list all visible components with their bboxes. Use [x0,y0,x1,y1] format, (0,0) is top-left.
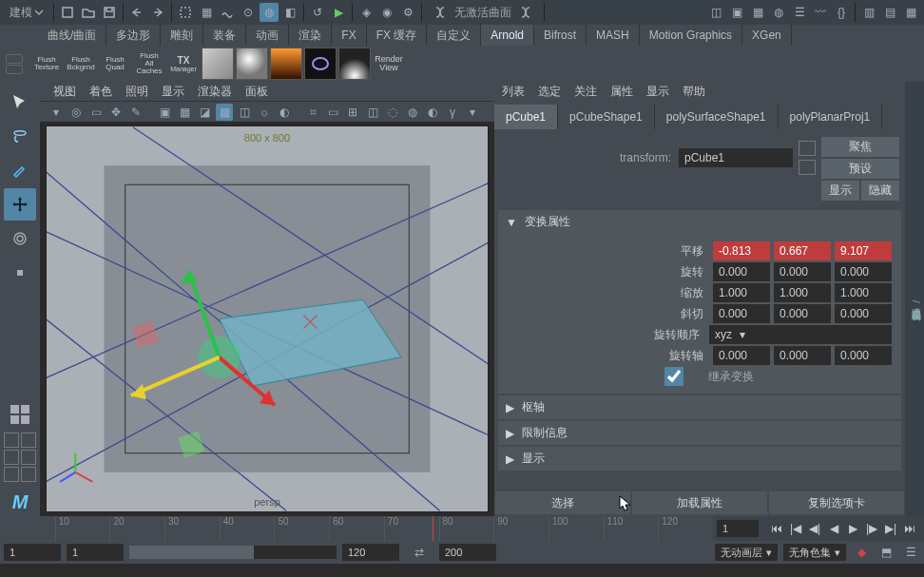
prefs-icon[interactable]: ☰ [901,543,920,562]
snap-view-icon[interactable]: ◧ [280,3,299,22]
viewport[interactable]: 800 x 800 [46,125,489,512]
charset-dropdown[interactable]: 无角色集▾ [783,544,846,561]
rotate-axis-x[interactable] [713,346,770,365]
focus-button[interactable]: 聚焦 [821,137,899,157]
go-end-icon[interactable]: ⏭ [901,520,918,537]
rotate-y[interactable] [774,262,831,281]
shelf-material-blinn[interactable] [236,48,268,80]
ae-menu-selected[interactable]: 选定 [538,84,561,100]
lasso-tool[interactable] [4,120,36,152]
range-slider[interactable] [129,546,337,559]
safe-action-icon[interactable]: ◫ [364,104,381,121]
gamma-icon[interactable]: γ [444,104,461,121]
ae-tab-pcube1[interactable]: pCube1 [494,105,558,129]
ipr-icon[interactable]: ◉ [377,3,396,22]
shelf-material-phong[interactable] [270,48,302,80]
layout-outliner-icon[interactable] [4,467,19,482]
snap-curve-icon[interactable] [218,3,237,22]
2d-pan-icon[interactable]: ✥ [107,104,125,121]
shelf-tab[interactable]: 雕刻 [161,25,203,46]
hw-texture-icon[interactable]: ◫ [236,104,253,121]
panel-menu-view[interactable]: 视图 [53,84,76,100]
shelf-tab[interactable]: 装备 [203,25,246,46]
play-back-icon[interactable]: ◀ [825,520,842,537]
translate-z[interactable] [835,241,892,260]
select-icon[interactable] [176,3,195,22]
panel-menu-renderer[interactable]: 渲染器 [198,84,232,100]
ae-menu-help[interactable]: 帮助 [683,84,705,100]
wireframe-icon[interactable]: ▦ [176,104,193,121]
image-plane-icon[interactable]: ▭ [87,104,105,121]
section-transform-header[interactable]: ▼ 变换属性 [498,210,901,234]
lights-icon[interactable]: ☼ [256,104,273,121]
shelf-tab[interactable]: XGen [742,25,792,46]
xray-icon[interactable]: ▣ [727,3,746,22]
render-icon[interactable]: ◈ [356,3,375,22]
render-settings-icon[interactable]: ⚙ [398,3,417,22]
ae-tab-pcubeshape1[interactable]: pCubeShape1 [558,105,655,129]
ae-menu-list[interactable]: 列表 [502,84,525,100]
shelf-tab[interactable]: 动画 [246,25,289,46]
select-button[interactable]: 选择 [495,491,630,514]
panel-menu-panels[interactable]: 面板 [245,84,268,100]
shelf-light-area[interactable] [304,48,337,80]
autokey-icon[interactable]: ⬒ [876,543,895,562]
shelf-flush-quad[interactable]: FlushQuad [99,48,131,80]
graph-icon[interactable]: 〰 [811,3,830,22]
scale-tool[interactable] [4,257,36,289]
hypershade-icon[interactable]: ◍ [769,3,788,22]
shelf-light-spot[interactable] [338,48,371,80]
panel-menu-shading[interactable]: 着色 [89,84,112,100]
range-start[interactable] [67,544,124,561]
load-attrs-button[interactable]: 加载属性 [632,491,767,514]
shelf-tab[interactable]: Motion Graphics [640,25,742,46]
shear-y[interactable] [774,304,831,323]
shelf-material-lambert[interactable] [202,48,234,80]
paint-select-tool[interactable] [4,154,36,186]
sidebar-tab-channelbox[interactable]: 通道盒/层编辑器 [907,293,924,311]
section-pivot-header[interactable]: ▶ 枢轴 [498,395,901,419]
hide-button[interactable]: 隐藏 [861,181,899,201]
step-fwd-key-icon[interactable]: ▶| [882,520,899,537]
panel-menu-show[interactable]: 显示 [162,84,184,100]
shelf-tab[interactable]: 渲染 [289,25,332,46]
scale-z[interactable] [835,283,892,302]
shelf-flush-allcaches[interactable]: FlushAll Caches [133,48,165,80]
ae-menu-focus[interactable]: 关注 [574,84,597,100]
snap-point-icon[interactable]: ⊙ [239,3,258,22]
shadows-icon[interactable]: ◐ [276,104,293,121]
open-icon[interactable] [79,3,98,22]
copy-tab-button[interactable]: 复制选项卡 [769,491,904,514]
save-icon[interactable] [100,3,119,22]
show-button[interactable]: 显示 [821,181,859,201]
select-tool[interactable] [4,86,36,118]
range-fit-icon[interactable]: ⇄ [405,546,433,559]
shelf-tab[interactable]: 自定义 [427,25,481,46]
key-icon[interactable]: ◆ [852,543,871,562]
shelf-tx-manager[interactable]: TXManager [167,48,200,80]
xray-view-icon[interactable]: ◌ [384,104,401,121]
layout-four-icon[interactable] [21,433,36,448]
exposure-icon[interactable]: ◐ [424,104,441,121]
shelf-flush-texture[interactable]: FlushTexture [30,48,63,80]
rotate-axis-y[interactable] [774,346,831,365]
shelf-tab[interactable]: 多边形 [106,25,161,46]
outliner-icon[interactable]: ☰ [790,3,809,22]
toolkit-toggle-icon[interactable]: ▤ [880,3,899,22]
layout-persp-icon[interactable] [21,467,36,482]
play-fwd-icon[interactable]: ▶ [844,520,861,537]
layout-two-icon[interactable] [4,450,19,465]
translate-x[interactable] [713,241,770,260]
channel-box-toggle-icon[interactable]: ▥ [859,3,878,22]
range-start-abs[interactable] [4,544,61,561]
isolate-icon[interactable]: ▣ [156,104,173,121]
timeline-cursor[interactable] [433,516,433,541]
rotate-tool[interactable] [4,222,36,255]
translate-y[interactable] [774,241,831,260]
range-end[interactable] [342,544,399,561]
snap-grid-icon[interactable]: ▦ [197,3,216,22]
shelf-flush-bckgrnd[interactable]: FlushBckgrnd [65,48,97,80]
layout-single-icon[interactable] [4,433,19,448]
construction-history-icon[interactable]: ↺ [308,3,327,22]
step-back-icon[interactable]: ◀| [806,520,823,537]
